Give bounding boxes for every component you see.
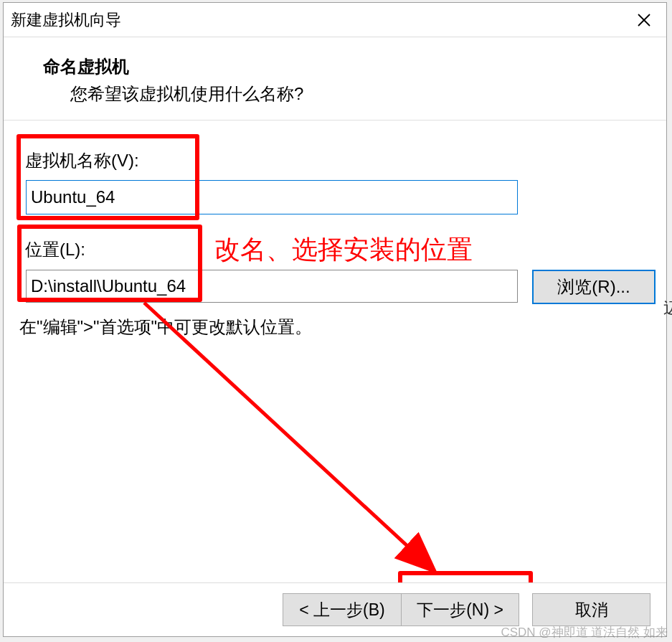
footer: < 上一步(B) 下一步(N) > 取消 [4, 582, 666, 636]
vm-name-label: 虚拟机名称(V): [25, 149, 193, 172]
svg-line-3 [144, 303, 427, 565]
location-label: 位置(L): [25, 238, 196, 261]
wizard-dialog: 新建虚拟机向导 命名虚拟机 您希望该虚拟机使用什么名称? 虚拟机名称(V): 位… [3, 2, 667, 637]
cropped-text: 辺 [663, 298, 672, 319]
annotation-arrow-icon [137, 296, 445, 582]
browse-button[interactable]: 浏览(R)... [532, 270, 656, 304]
header-title: 命名虚拟机 [43, 55, 666, 78]
dialog-title: 新建虚拟机向导 [11, 9, 121, 31]
header-subtitle: 您希望该虚拟机使用什么名称? [70, 82, 666, 105]
vm-name-input[interactable] [26, 180, 518, 214]
annotation-text: 改名、选择安装的位置 [214, 232, 473, 268]
next-button[interactable]: 下一步(N) > [401, 593, 519, 626]
titlebar: 新建虚拟机向导 [4, 3, 666, 37]
cancel-button[interactable]: 取消 [532, 593, 650, 626]
hint-text: 在"编辑">"首选项"中可更改默认位置。 [19, 316, 312, 339]
header-area: 命名虚拟机 您希望该虚拟机使用什么名称? [4, 37, 666, 120]
close-button[interactable] [628, 6, 661, 34]
close-icon [637, 13, 651, 27]
back-button[interactable]: < 上一步(B) [283, 593, 401, 626]
divider [4, 120, 666, 121]
location-input[interactable] [26, 270, 518, 303]
